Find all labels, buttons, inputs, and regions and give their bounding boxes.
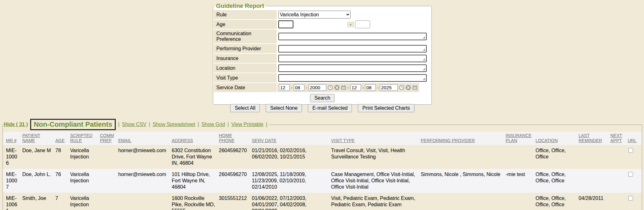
column-header-provider[interactable]: PERFORMING PROVIDER (421, 132, 506, 145)
search-button[interactable]: Search (310, 94, 335, 102)
service-date-to-day[interactable] (365, 84, 376, 91)
column-header-age[interactable]: AGE (55, 132, 70, 145)
show-spreadsheet-link[interactable]: Show Spreadsheet (153, 122, 195, 127)
cell-age: 78 (55, 145, 70, 169)
cell-last_reminder (579, 169, 610, 193)
rule-label: Rule (214, 10, 277, 19)
service-date-to-month[interactable] (350, 84, 361, 91)
column-header-address[interactable]: ADDRESS (172, 132, 219, 145)
email-selected-button[interactable]: E-mail Selected (308, 104, 352, 112)
cell-visit_type: Visit, Pediatric Exam, Pediatric Exam, P… (331, 193, 421, 210)
cell-serv_date: 01/06/2022, 07/12/2003, 04/01/2007, 04/0… (252, 193, 331, 210)
calendar-icon[interactable] (341, 85, 346, 90)
cell-phone: 3015551212 (219, 193, 252, 210)
clock-icon[interactable] (328, 85, 333, 90)
column-header-mr[interactable]: MR # (3, 132, 22, 145)
report-header: Hide ( 31 ) Non-Compliant Patients | Sho… (3, 119, 269, 130)
cell-mr: MIE-10061 (3, 193, 22, 210)
column-header-url[interactable]: URL (628, 132, 642, 145)
cell-name: Smith, Joe (22, 193, 55, 210)
rule-select[interactable]: Varicella Injection (278, 11, 351, 19)
print-selected-charts-button[interactable]: Print Selected Charts (358, 104, 414, 112)
cell-visit_type: Case Management, Office Visit-Initial, O… (331, 169, 421, 193)
select-none-button[interactable]: Select None (266, 104, 302, 112)
cell-name: Doe, Jane M (22, 145, 55, 169)
column-header-last_reminder[interactable]: LASTREMINDER (579, 132, 610, 145)
visit-type-row: Visit Type (214, 73, 431, 82)
communication-preference-row: Communication Preference (214, 30, 431, 43)
column-header-rule[interactable]: SCRIPTEDRULE (70, 132, 100, 145)
cell-name: Doe, John L. (22, 169, 55, 193)
cell-last_reminder (579, 145, 610, 169)
guideline-form: Rule Varicella Injection Age - Communica… (214, 10, 431, 104)
cell-last_reminder: 04/28/2011 (579, 193, 610, 210)
cell-serv_date: 01/21/2016, 02/02/2016, 06/02/2020, 10/2… (252, 145, 331, 169)
service-date-from-day[interactable] (294, 84, 304, 91)
separator: | (118, 122, 119, 127)
column-header-phone[interactable]: HOMEPHONE (219, 132, 252, 145)
clear-icon[interactable] (406, 85, 411, 90)
show-csv-link[interactable]: Show CSV (122, 122, 146, 127)
patient-row: MIE-10006Doe, Jane M78Varicella Injectio… (3, 145, 642, 169)
select-patient-checkbox[interactable] (628, 196, 633, 201)
performing-provider-input[interactable] (278, 45, 427, 52)
service-date-row: Service Date -- - -- (214, 83, 431, 92)
service-date-label: Service Date (214, 83, 277, 92)
cell-provider (421, 193, 506, 210)
cell-rule: Varicella Injection (70, 193, 100, 210)
cell-url (628, 145, 642, 169)
table-header-row: MR #PATIENTNAMEAGESCRIPTEDRULECOMMPREFEM… (3, 132, 642, 145)
guideline-report-title: Guideline Report (214, 3, 266, 9)
rule-row: Rule Varicella Injection (214, 10, 431, 19)
column-header-email[interactable]: EMAIL (118, 132, 172, 145)
insurance-input[interactable] (278, 55, 427, 62)
visit-type-label: Visit Type (214, 73, 277, 82)
age-from-input[interactable] (278, 20, 293, 28)
service-date-from-month[interactable] (279, 84, 290, 91)
calendar-icon[interactable] (412, 85, 418, 90)
clear-icon[interactable] (334, 85, 340, 90)
view-printable-link[interactable]: View Printable (231, 122, 264, 127)
guideline-report-panel: Guideline Report Rule Varicella Injectio… (213, 3, 432, 105)
column-header-visit_type[interactable]: VISIT TYPE (331, 132, 421, 145)
service-date-to-year[interactable] (380, 84, 398, 91)
cell-visit_type: Travel Consult, Visit, Visit, Health Sur… (331, 145, 421, 169)
cell-location: Office, Office, Office, Office (536, 169, 579, 193)
column-header-pref[interactable]: COMMPREF (100, 132, 118, 145)
cell-age: 76 (55, 169, 70, 193)
non-compliant-patients-panel: Hide ( 31 ) Non-Compliant Patients | Sho… (3, 119, 642, 210)
cell-location: Office, Office, Office (536, 145, 579, 169)
cell-email: horner@mieweb.com (118, 169, 172, 193)
visit-type-input[interactable] (278, 74, 427, 82)
hide-link[interactable]: Hide ( 31 ) (4, 122, 28, 127)
age-to-input[interactable] (355, 20, 370, 28)
communication-preference-label: Communication Preference (214, 30, 277, 43)
column-header-serv_date[interactable]: SERV DATE (252, 132, 331, 145)
separator: | (266, 122, 267, 127)
cell-rule: Varicella Injection (70, 145, 100, 169)
select-all-button[interactable]: Select All (230, 104, 260, 112)
column-header-plan[interactable]: INSURANCEPLAN (506, 132, 536, 145)
patient-row: MIE-10061Smith, Joe7Varicella Injection1… (3, 193, 642, 210)
column-header-next_appt[interactable]: NEXTAPPT (610, 132, 628, 145)
column-header-name[interactable]: PATIENTNAME (22, 132, 55, 145)
cell-pref (100, 169, 118, 193)
column-header-location[interactable]: LOCATION (536, 132, 579, 145)
communication-preference-input[interactable] (278, 33, 427, 40)
cell-next_appt (610, 193, 628, 210)
select-patient-checkbox[interactable] (628, 148, 633, 153)
cell-mr: MIE-10007 (3, 169, 22, 193)
separator: | (149, 122, 150, 127)
cell-address: 1600 Rockville Pike, Rockville MD, 55555 (172, 193, 219, 210)
cell-phone: 2604596270 (219, 145, 252, 169)
cell-phone: 2604596270 (219, 169, 252, 193)
cell-email (118, 193, 172, 210)
service-date-from-year[interactable] (308, 84, 326, 91)
location-input[interactable] (278, 64, 427, 72)
clock-icon[interactable] (399, 85, 404, 90)
show-grid-link[interactable]: Show Grid (202, 122, 225, 127)
select-patient-checkbox[interactable] (628, 172, 633, 177)
separator: | (198, 122, 199, 127)
performing-provider-row: Performing Provider (214, 44, 431, 53)
location-row: Location (214, 64, 431, 73)
